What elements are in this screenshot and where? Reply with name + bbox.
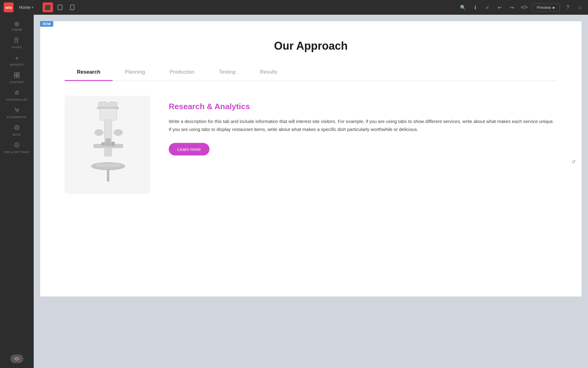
section-title: Our Approach [65,40,557,52]
tab-research-label: Research [77,69,100,75]
sidebar-item-content-label: CONTENT [10,81,24,84]
undo-icon[interactable]: ↩ [496,3,504,12]
sidebar-item-ecommerce[interactable]: ECOMMERCE [0,104,34,121]
cursor-icon: ↺ [571,159,575,165]
sidebar-item-theme-label: THEME [12,28,22,31]
svg-point-17 [16,358,17,359]
help-icon[interactable]: ? [564,3,572,12]
svg-rect-29 [106,139,111,146]
svg-point-1 [60,9,61,9]
code-icon[interactable]: </> [520,3,529,12]
preview-button[interactable]: Preview ▶ [532,3,560,12]
sidebar-item-seo[interactable]: SEO & SETTINGS [0,139,34,156]
tabs-container: Research Planning Production Testing Res… [65,65,557,81]
tab-results[interactable]: Results [248,65,290,81]
check-icon[interactable]: ✓ [483,3,492,12]
content-title: Research & Analytics [169,102,557,111]
svg-rect-9 [14,75,17,78]
search-icon[interactable]: 🔍 [459,3,467,12]
sidebar: ◎ THEME PAGES + WIDGETS CONTENT PERSONAL… [0,15,34,368]
visibility-toggle[interactable] [10,355,23,363]
toolbar: w/o Home ▾ ⬛ 🔍 ℹ ✓ ↩ ↪ </> Preview ▶ ? ⌂ [0,0,588,15]
svg-rect-10 [17,75,19,78]
tab-content-image [65,96,150,194]
svg-point-13 [15,125,19,130]
blog-icon [14,125,20,132]
tab-testing-label: Testing [219,69,236,75]
svg-point-3 [72,9,73,10]
tablet-device-button[interactable] [55,2,65,12]
svg-rect-32 [107,169,109,182]
tab-research[interactable]: Research [65,65,113,81]
device-group: ⬛ [43,2,77,12]
sidebar-item-widgets[interactable]: + WIDGETS [0,52,34,69]
svg-point-12 [18,111,18,112]
page-content: Our Approach Research Planning Productio… [40,21,582,212]
chevron-down-icon: ▾ [32,5,33,10]
sidebar-item-theme[interactable]: ◎ THEME [0,17,34,34]
svg-rect-26 [104,147,112,156]
sidebar-item-seo-label: SEO & SETTINGS [4,151,29,154]
redo-icon[interactable]: ↪ [508,3,516,12]
content-icon [14,72,20,79]
sidebar-item-personalize[interactable]: PERSONALIZE [0,87,34,104]
pages-icon [14,37,20,44]
sidebar-item-pages[interactable]: PAGES [0,34,34,51]
sidebar-item-blog[interactable]: BLOG [0,122,34,139]
ecommerce-icon [14,107,20,114]
svg-point-11 [16,111,17,112]
theme-icon: ◎ [14,20,19,27]
svg-rect-31 [111,142,115,146]
tab-production[interactable]: Production [157,65,207,81]
content-section: Research & Analytics Write a description… [169,96,557,155]
tab-testing[interactable]: Testing [207,65,248,81]
content-description: Write a description for this tab and inc… [169,117,557,133]
svg-rect-19 [108,102,117,107]
canvas-area: ROW Our Approach Research Planning Produ… [34,15,588,368]
sidebar-item-widgets-label: WIDGETS [10,63,24,66]
sidebar-item-personalize-label: PERSONALIZE [6,98,28,101]
svg-rect-18 [98,102,107,107]
learn-more-button[interactable]: Learn more [169,143,209,155]
page-label: Home [19,5,30,10]
tab-planning-label: Planning [125,69,145,75]
svg-rect-7 [14,73,17,75]
mobile-device-button[interactable] [67,2,77,12]
preview-label: Preview [537,5,551,10]
widgets-icon: + [15,55,19,62]
tab-content-area: Research & Analytics Write a description… [65,96,557,194]
tab-results-label: Results [260,69,277,75]
svg-rect-28 [95,163,121,167]
tab-production-label: Production [170,69,194,75]
personalize-icon [14,90,20,97]
main-layout: ◎ THEME PAGES + WIDGETS CONTENT PERSONAL… [0,15,588,368]
seo-icon [14,142,20,149]
sidebar-item-pages-label: PAGES [12,46,22,49]
svg-point-24 [114,129,123,136]
row-badge: ROW [40,21,53,27]
microscope-illustration [74,99,141,191]
sidebar-item-ecommerce-label: ECOMMERCE [7,116,27,119]
page-selector[interactable]: Home ▾ [19,5,33,10]
tab-planning[interactable]: Planning [113,65,157,81]
sidebar-item-content[interactable]: CONTENT [0,69,34,86]
home-icon[interactable]: ⌂ [576,3,584,12]
play-icon: ▶ [553,6,555,9]
svg-rect-21 [100,109,117,120]
toolbar-actions: 🔍 ℹ ✓ ↩ ↪ </> Preview ▶ ? ⌂ [459,3,584,12]
page-canvas: ROW Our Approach Research Planning Produ… [40,21,582,297]
info-icon[interactable]: ℹ [471,3,480,12]
sidebar-bottom [10,352,23,366]
svg-rect-8 [17,73,19,75]
svg-point-23 [95,129,103,136]
sidebar-item-blog-label: BLOG [13,133,21,136]
logo[interactable]: w/o [4,2,13,12]
svg-point-14 [16,127,18,128]
desktop-device-button[interactable]: ⬛ [43,2,53,12]
svg-rect-30 [101,142,105,145]
